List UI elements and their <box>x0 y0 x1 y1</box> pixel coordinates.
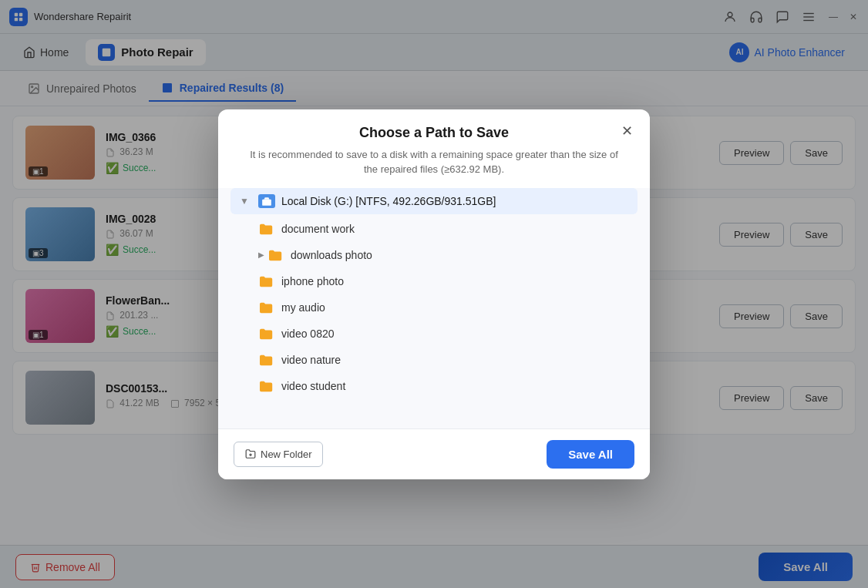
modal-save-all-button[interactable]: Save All <box>547 440 634 469</box>
svg-rect-16 <box>262 199 271 205</box>
folder-icon <box>258 274 275 288</box>
modal-subtitle: It is recommended to save to a disk with… <box>237 147 631 177</box>
folder-item-document-work[interactable]: document work <box>230 216 638 242</box>
save-path-modal: ✕ Choose a Path to Save It is recommende… <box>218 109 650 479</box>
folder-item-video-0820[interactable]: video 0820 <box>230 321 638 347</box>
modal-close-button[interactable]: ✕ <box>616 120 638 142</box>
folder-item-downloads-photo[interactable]: ▶ downloads photo <box>230 242 638 268</box>
folder-name: iphone photo <box>281 275 344 287</box>
folder-icon <box>267 248 284 262</box>
modal-overlay[interactable]: ✕ Choose a Path to Save It is recommende… <box>0 0 868 588</box>
folder-icon <box>258 327 275 341</box>
folder-name: video student <box>281 380 345 392</box>
folder-name: video nature <box>281 354 341 366</box>
folder-name: document work <box>281 223 355 235</box>
folder-icon <box>258 379 275 393</box>
folder-name: downloads photo <box>291 249 372 261</box>
folder-item-video-nature[interactable]: video nature <box>230 347 638 373</box>
new-folder-icon <box>245 449 256 459</box>
modal-header: ✕ Choose a Path to Save It is recommende… <box>218 109 650 188</box>
folder-name: video 0820 <box>281 328 335 340</box>
modal-title: Choose a Path to Save <box>359 125 509 141</box>
new-folder-label: New Folder <box>261 449 311 460</box>
folder-icon <box>258 222 275 236</box>
folder-icon <box>258 353 275 367</box>
new-folder-button[interactable]: New Folder <box>234 442 323 467</box>
folder-item-my-audio[interactable]: my audio <box>230 294 638 321</box>
drive-icon <box>258 194 275 208</box>
modal-footer: New Folder Save All <box>218 428 650 479</box>
drive-root[interactable]: ▼ Local Disk (G:) [NTFS, 492.26GB/931.51… <box>230 188 638 214</box>
chevron-icon: ▶ <box>258 250 264 259</box>
drive-label: Local Disk (G:) [NTFS, 492.26GB/931.51GB… <box>281 195 496 207</box>
folder-item-video-student[interactable]: video student <box>230 373 638 399</box>
folder-icon <box>258 301 275 314</box>
modal-file-tree: ▼ Local Disk (G:) [NTFS, 492.26GB/931.51… <box>218 188 650 428</box>
folder-item-iphone-photo[interactable]: iphone photo <box>230 268 638 294</box>
folder-name: my audio <box>281 301 325 314</box>
